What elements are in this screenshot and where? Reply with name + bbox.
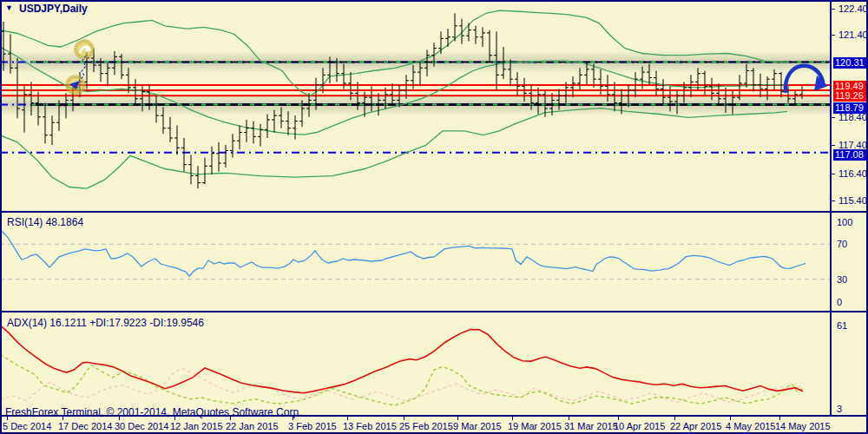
date-tick-mark xyxy=(119,417,120,420)
date-axis-label: 30 Dec 2014 xyxy=(115,421,168,431)
axis-tick-mark xyxy=(832,145,835,146)
date-tick-mark xyxy=(779,417,780,420)
date-axis-label: 14 May 2015 xyxy=(775,421,831,431)
price-level-badge: 120.31 xyxy=(833,57,867,69)
price-level-badge: 117.08 xyxy=(833,149,866,161)
rsi-scale-label: 0 xyxy=(837,297,842,307)
date-axis-label: 17 Dec 2014 xyxy=(58,421,112,431)
main-price-chart-canvas[interactable] xyxy=(0,0,830,211)
date-tick-mark xyxy=(569,417,569,420)
date-axis-label: 31 Mar 2015 xyxy=(564,421,618,431)
rsi-adx-separator[interactable] xyxy=(0,311,868,312)
chart-dropdown-icon[interactable]: ▼ xyxy=(5,3,13,12)
adx-scale-label: 61 xyxy=(837,320,847,331)
mt4-chart-window: ▼ USDJPY,Daily RSI(14) 48.1864 ADX(14) 1… xyxy=(0,0,868,434)
main-rsi-separator[interactable] xyxy=(0,211,868,213)
price-axis-label: 121.40 xyxy=(838,30,868,40)
date-tick-mark xyxy=(457,417,458,420)
axis-tick-mark xyxy=(832,201,835,201)
date-tick-mark xyxy=(618,417,619,420)
rsi-indicator-label: RSI(14) 48.1864 xyxy=(7,216,83,228)
date-axis-label: 12 Jan 2015 xyxy=(170,421,223,431)
symbol-title: USDJPY,Daily xyxy=(19,3,88,15)
minus-di-line xyxy=(0,368,803,402)
axis-tick-mark xyxy=(832,174,835,174)
price-axis-label: 118.40 xyxy=(838,112,867,122)
date-tick-mark xyxy=(404,417,404,420)
adx-line xyxy=(0,326,803,393)
price-axis-label: 116.40 xyxy=(838,168,867,179)
date-axis-label: 5 Dec 2014 xyxy=(3,421,51,431)
date-axis-label: 9 Mar 2015 xyxy=(453,421,502,431)
date-axis-label: 19 Mar 2015 xyxy=(508,421,562,431)
date-tick-mark xyxy=(230,417,231,420)
adx-indicator-label: ADX(14) 16.1211 +DI:17.9223 -DI:19.9546 xyxy=(7,317,204,329)
rsi-indicator-canvas[interactable] xyxy=(0,214,830,311)
date-tick-mark xyxy=(174,417,175,420)
frame-left xyxy=(0,0,2,434)
price-level-badge: 119.26 xyxy=(833,90,866,102)
date-axis-label: 3 Feb 2015 xyxy=(288,421,337,431)
date-tick-mark xyxy=(674,417,675,420)
date-tick-mark xyxy=(7,417,8,420)
date-axis-label: 13 Feb 2015 xyxy=(343,421,397,431)
date-axis-label: 25 Feb 2015 xyxy=(399,421,453,431)
date-tick-mark xyxy=(347,417,348,420)
price-axis-label: 115.40 xyxy=(838,195,867,206)
rsi-scale-label: 30 xyxy=(837,274,847,285)
frame-top xyxy=(0,0,868,2)
date-tick-mark xyxy=(62,417,63,420)
date-axis-label: 10 Apr 2015 xyxy=(614,421,665,431)
rsi-scale-label: 100 xyxy=(837,217,852,227)
rsi-scale-label: 70 xyxy=(837,239,847,249)
adx-date-separator xyxy=(0,415,868,417)
axis-tick-mark xyxy=(832,9,835,10)
date-tick-mark xyxy=(730,417,731,420)
axis-separator xyxy=(830,0,832,417)
date-axis-label: 22 Apr 2015 xyxy=(670,421,721,431)
axis-tick-mark xyxy=(832,35,835,36)
rsi-line xyxy=(0,229,806,276)
date-tick-mark xyxy=(512,417,513,420)
date-axis-label: 22 Jan 2015 xyxy=(226,421,279,431)
date-tick-mark xyxy=(293,417,293,420)
date-axis-label: 4 May 2015 xyxy=(726,421,775,431)
price-axis-label: 122.40 xyxy=(838,3,868,14)
adx-scale-label: 3 xyxy=(837,404,842,414)
plus-di-line xyxy=(0,354,803,405)
axis-tick-mark xyxy=(832,117,835,118)
